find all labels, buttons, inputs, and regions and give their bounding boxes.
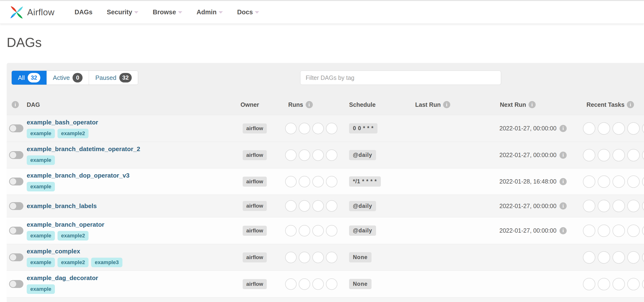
- run-status-circle[interactable]: [285, 252, 296, 263]
- tab-all[interactable]: All 32: [12, 71, 46, 85]
- task-status-circle[interactable]: [598, 225, 610, 237]
- dag-link[interactable]: example_branch_labels: [27, 202, 240, 210]
- dag-link[interactable]: example_branch_dop_operator_v3: [27, 172, 240, 179]
- task-status-circle[interactable]: [612, 149, 625, 161]
- task-status-circle[interactable]: [598, 175, 610, 188]
- task-status-circle[interactable]: [642, 122, 644, 135]
- tag-badge[interactable]: example: [27, 129, 55, 138]
- tag-badge[interactable]: example: [27, 258, 55, 267]
- run-status-circle[interactable]: [285, 149, 296, 161]
- schedule-badge: 0 0 * * *: [349, 123, 378, 133]
- tag-badge[interactable]: example2: [58, 129, 88, 138]
- airflow-brand[interactable]: Airflow: [8, 4, 55, 20]
- task-status-circle[interactable]: [583, 278, 595, 290]
- task-status-circle[interactable]: [612, 278, 625, 290]
- task-status-circle[interactable]: [598, 149, 610, 161]
- task-status-circle[interactable]: [583, 200, 595, 212]
- pause-toggle[interactable]: [9, 253, 24, 261]
- run-status-circle[interactable]: [312, 176, 324, 187]
- run-status-circle[interactable]: [326, 123, 338, 134]
- nav-item-docs[interactable]: Docs: [237, 8, 259, 16]
- task-status-circle[interactable]: [583, 149, 595, 161]
- task-status-circle[interactable]: [598, 251, 610, 264]
- run-status-circle[interactable]: [299, 225, 310, 237]
- task-status-circle[interactable]: [598, 278, 610, 290]
- task-status-circle[interactable]: [583, 251, 595, 264]
- run-status-circle[interactable]: [299, 200, 310, 212]
- run-status-circle[interactable]: [299, 123, 310, 134]
- run-status-circle[interactable]: [326, 176, 338, 187]
- run-status-circle[interactable]: [312, 252, 324, 263]
- task-status-circle[interactable]: [583, 175, 595, 188]
- task-status-circle[interactable]: [642, 149, 644, 161]
- run-status-circle[interactable]: [285, 225, 296, 237]
- run-status-circle[interactable]: [285, 279, 296, 290]
- pause-toggle[interactable]: [9, 227, 24, 235]
- dag-link[interactable]: example_branch_operator: [27, 221, 240, 228]
- dag-link[interactable]: example_dag_decorator: [27, 274, 240, 282]
- task-status-circle[interactable]: [583, 122, 595, 135]
- run-status-circle[interactable]: [312, 123, 324, 134]
- tag-badge[interactable]: example: [27, 155, 55, 165]
- task-status-circle[interactable]: [642, 225, 644, 237]
- task-status-circle[interactable]: [642, 278, 644, 290]
- task-status-circle[interactable]: [627, 175, 640, 188]
- task-status-circle[interactable]: [612, 251, 625, 264]
- tab-paused[interactable]: Paused 32: [89, 71, 138, 85]
- run-status-circle[interactable]: [312, 200, 324, 212]
- pause-toggle[interactable]: [9, 151, 24, 159]
- task-status-circle[interactable]: [627, 278, 640, 290]
- run-status-circle[interactable]: [299, 176, 310, 187]
- dag-link[interactable]: example_branch_datetime_operator_2: [27, 145, 240, 153]
- tag-badge[interactable]: example2: [58, 231, 88, 241]
- dag-link[interactable]: example_bash_operator: [27, 119, 240, 126]
- run-status-circle[interactable]: [285, 123, 296, 134]
- run-status-circle[interactable]: [312, 279, 324, 290]
- pause-toggle[interactable]: [9, 124, 24, 132]
- task-status-circle[interactable]: [583, 225, 595, 237]
- tag-badge[interactable]: example: [27, 231, 55, 241]
- tag-badge[interactable]: example: [27, 284, 55, 294]
- task-status-circle[interactable]: [612, 175, 625, 188]
- nav-item-browse[interactable]: Browse: [153, 8, 182, 16]
- task-status-circle[interactable]: [598, 200, 610, 212]
- filter-dags-by-tag-input[interactable]: [300, 70, 501, 85]
- task-status-circle[interactable]: [612, 122, 625, 135]
- run-status-circle[interactable]: [326, 252, 338, 263]
- task-status-circle[interactable]: [612, 225, 625, 237]
- task-status-circle[interactable]: [642, 251, 644, 264]
- task-status-circle[interactable]: [642, 175, 644, 188]
- task-status-circle[interactable]: [627, 225, 640, 237]
- pause-toggle[interactable]: [9, 202, 24, 210]
- tag-badge[interactable]: example2: [58, 258, 88, 267]
- nav-item-security[interactable]: Security: [107, 8, 139, 16]
- task-status-circle[interactable]: [627, 122, 640, 135]
- run-status-circle[interactable]: [326, 149, 338, 161]
- task-status-circle[interactable]: [598, 122, 610, 135]
- run-status-circle[interactable]: [285, 200, 296, 212]
- run-status-circle[interactable]: [312, 225, 324, 237]
- run-status-circle[interactable]: [299, 252, 310, 263]
- tab-active[interactable]: Active 0: [46, 71, 89, 85]
- task-status-circle[interactable]: [627, 251, 640, 264]
- run-status-circle[interactable]: [312, 149, 324, 161]
- pause-toggle[interactable]: [9, 178, 24, 185]
- navbar: Airflow DAGs Security Browse Admin Docs: [0, 1, 644, 24]
- run-status-circle[interactable]: [299, 149, 310, 161]
- run-status-circle[interactable]: [326, 225, 338, 237]
- tag-badge[interactable]: example: [27, 182, 55, 191]
- task-status-circle[interactable]: [642, 200, 644, 212]
- nav-item-dags[interactable]: DAGs: [75, 8, 92, 16]
- nav-item-admin[interactable]: Admin: [196, 8, 223, 16]
- run-status-circle[interactable]: [326, 279, 338, 290]
- pause-toggle[interactable]: [9, 280, 24, 288]
- tag-badge[interactable]: example3: [91, 258, 122, 267]
- task-status-circle[interactable]: [627, 149, 640, 161]
- dag-link[interactable]: example_complex: [27, 248, 240, 255]
- run-status-circle[interactable]: [285, 176, 296, 187]
- task-status-circle[interactable]: [627, 200, 640, 212]
- task-status-circle[interactable]: [612, 200, 625, 212]
- next-run-value: 2022-01-27, 00:00:00: [500, 227, 556, 234]
- run-status-circle[interactable]: [299, 279, 310, 290]
- run-status-circle[interactable]: [326, 200, 338, 212]
